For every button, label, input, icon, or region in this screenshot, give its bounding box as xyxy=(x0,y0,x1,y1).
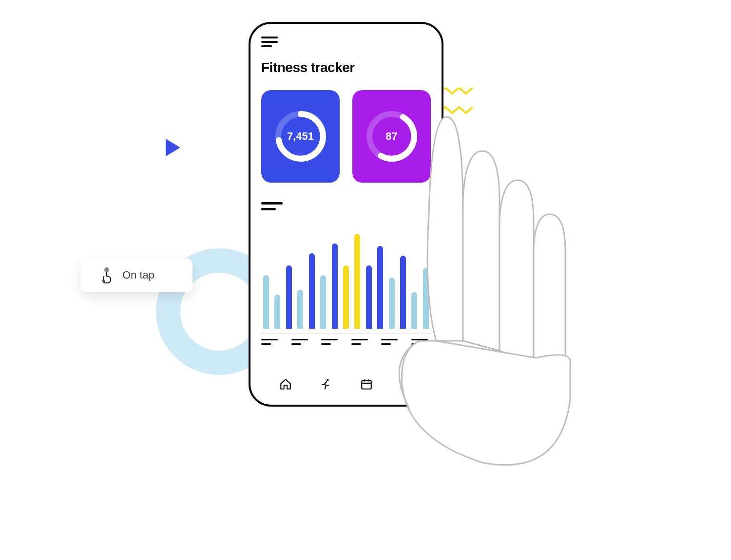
chart-bar[interactable] xyxy=(286,265,292,329)
chart-bar[interactable] xyxy=(366,265,372,329)
nav-profile[interactable] xyxy=(400,377,414,392)
chart-bar[interactable] xyxy=(332,243,338,329)
bottom-nav xyxy=(250,370,442,399)
nav-calendar[interactable] xyxy=(359,377,374,392)
profile-icon xyxy=(401,378,413,391)
nav-home[interactable] xyxy=(278,377,293,392)
play-triangle-icon xyxy=(166,139,180,156)
zigzag-icon xyxy=(439,88,478,127)
chart-axis-ticks xyxy=(261,334,431,345)
tap-gesture-icon xyxy=(100,267,114,283)
calendar-icon xyxy=(360,378,373,391)
chart-bar[interactable] xyxy=(400,256,406,329)
chart-bar[interactable] xyxy=(411,292,417,329)
chart-bar[interactable] xyxy=(343,265,349,329)
phone-frame: Fitness tracker 7,451 xyxy=(249,22,443,407)
svg-rect-6 xyxy=(362,380,371,389)
on-tap-label: On tap xyxy=(122,269,154,281)
steps-value: 7,451 xyxy=(274,110,327,163)
chart-bar[interactable] xyxy=(377,246,383,329)
page-title: Fitness tracker xyxy=(261,60,431,75)
chart-bar[interactable] xyxy=(354,234,360,329)
chart-bar[interactable] xyxy=(297,290,303,329)
home-icon xyxy=(279,378,292,391)
menu-icon[interactable] xyxy=(261,37,279,47)
axis-tick xyxy=(321,339,341,345)
axis-tick xyxy=(351,339,371,345)
on-tap-tooltip: On tap xyxy=(80,258,192,292)
steps-card[interactable]: 7,451 xyxy=(261,90,340,183)
svg-point-10 xyxy=(404,380,409,384)
svg-point-0 xyxy=(104,267,109,272)
axis-tick xyxy=(411,339,431,345)
chart-bar[interactable] xyxy=(389,278,395,329)
chart-bar[interactable] xyxy=(263,275,269,329)
nav-activity[interactable] xyxy=(319,377,333,392)
bpm-card[interactable]: 87 xyxy=(352,90,431,183)
running-icon xyxy=(320,378,332,391)
axis-tick xyxy=(291,339,311,345)
activity-bar-chart[interactable] xyxy=(261,222,431,329)
chart-bar[interactable] xyxy=(274,295,280,329)
chart-filter-icon[interactable] xyxy=(261,202,283,211)
chart-bar[interactable] xyxy=(320,275,326,329)
bpm-value: 87 xyxy=(365,110,419,163)
svg-point-5 xyxy=(327,379,328,381)
axis-tick xyxy=(381,339,401,345)
chart-bar[interactable] xyxy=(309,253,315,329)
axis-tick xyxy=(261,339,281,345)
chart-bar[interactable] xyxy=(423,268,429,329)
